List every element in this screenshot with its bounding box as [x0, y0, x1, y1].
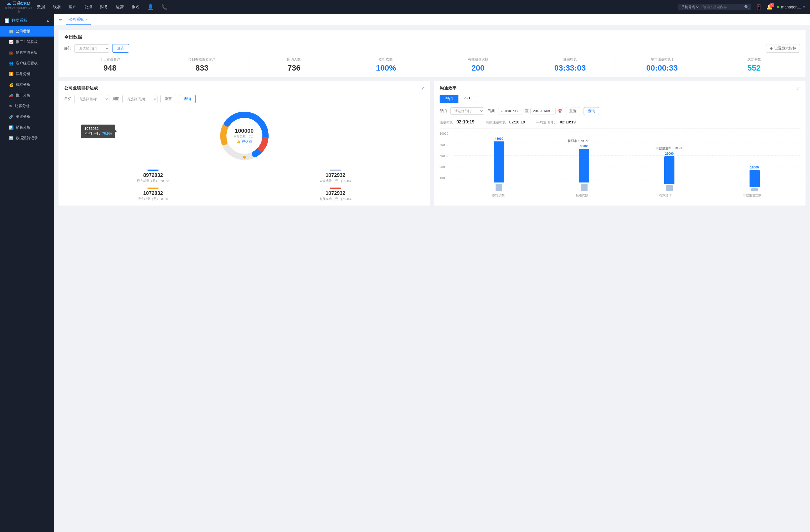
x-label-3: 有效接通次数	[743, 193, 761, 197]
donut-center: 100000 目标总量（元） 👍 已达成	[233, 128, 255, 144]
call-stat-value-1: 02:10:19	[509, 120, 525, 124]
section-title-today: 今日数据	[64, 34, 800, 40]
hamburger-icon[interactable]: ☰	[59, 17, 62, 22]
target-panel: 公司业绩目标达成 ⤢ 目标 请选择目标 周期 请选择周期 重置 查询	[59, 81, 430, 205]
donut-section: 1072932 所占比例： 70.9%	[64, 108, 424, 164]
donut-center-badge: 👍 已达成	[233, 139, 255, 144]
donut-container: 100000 目标总量（元） 👍 已达成	[216, 108, 273, 164]
sidebar-item-label-data-flow: 数据流转记录	[16, 135, 38, 140]
call-stat-label-0: 通话时长	[440, 120, 453, 124]
sidebar-item-sales-mgr[interactable]: 💼 销售主管看板	[0, 47, 54, 58]
sidebar-item-channel[interactable]: 🔗 渠道分析	[0, 111, 54, 122]
bar-2-main	[664, 156, 675, 184]
sidebar-item-customer-mgr[interactable]: 👥 客户经理看板	[0, 58, 54, 69]
period-label: 周期	[112, 97, 119, 101]
bars-container: 43000 接通率：70.9% 35000	[454, 132, 800, 191]
eff-query-button[interactable]: 查询	[584, 107, 599, 115]
sidebar-item-label-cost: 成本分析	[16, 82, 30, 87]
search-icon[interactable]: 🔍	[744, 5, 749, 9]
x-axis: 拨打次数 接通次数 有效通话 有效接通次数	[454, 191, 800, 199]
sidebar-item-visitor[interactable]: 👁 访客分析	[0, 101, 54, 111]
dashboard-icon: 📊	[4, 18, 9, 23]
today-filter-row: 部门 请选择部门 查询 ⚙ 设置显示指标	[64, 44, 800, 53]
metric-box-value-2: 1072932	[64, 190, 242, 196]
target-select[interactable]: 请选择目标	[74, 95, 109, 103]
nav-icon-person[interactable]: 👤	[147, 4, 153, 10]
nav-item-finance[interactable]: 财务	[100, 4, 108, 10]
efficiency-expand-icon[interactable]: ⤢	[796, 86, 800, 90]
sidebar-item-company[interactable]: 🏢 公司看板	[0, 26, 54, 36]
sidebar-section-header[interactable]: 📊 数据看板 ▲	[0, 14, 54, 26]
target-expand-icon[interactable]: ⤢	[421, 86, 424, 90]
y-label-50000: 50000	[440, 132, 454, 135]
y-label-30000: 30000	[440, 154, 454, 157]
efficiency-panel: 沟通效率 ⤢ 部门 个人 部门 请选择部门 日期	[434, 81, 806, 205]
promo-icon: 📣	[9, 93, 14, 98]
donut-tooltip: 1072932 所占比例： 70.9%	[81, 124, 115, 138]
eff-dept-select[interactable]: 请选择部门	[450, 107, 484, 115]
sidebar-item-data-flow[interactable]: 🔄 数据流转记录	[0, 133, 54, 144]
y-label-40000: 40000	[440, 143, 454, 147]
metrics-row: 今日首咨客户 948 今日有效首咨客户 833 回访人数 736	[64, 57, 800, 72]
target-query-button[interactable]: 查询	[179, 95, 196, 103]
user-info[interactable]: manager11 ▼	[777, 5, 806, 9]
sidebar-section-title: 数据看板	[12, 18, 27, 23]
tab-personal-button[interactable]: 个人	[458, 95, 477, 103]
donut-center-sub: 目标总量（元）	[233, 134, 255, 138]
search-input[interactable]	[703, 5, 743, 9]
eff-dept-label: 部门	[440, 109, 447, 114]
bar-0-secondary	[496, 184, 502, 191]
metric-value-0: 948	[64, 64, 156, 72]
notification-wrapper[interactable]: 🔔 5	[766, 4, 773, 10]
logo-top: ☁ 云朵CRM	[7, 1, 30, 6]
sidebar-item-promo-mgr[interactable]: 📈 推广主管看板	[0, 36, 54, 47]
calendar-icon[interactable]: 📅	[557, 109, 562, 113]
sidebar-item-label-company: 公司看板	[16, 29, 30, 34]
nav-item-ops[interactable]: 运营	[116, 4, 124, 10]
sidebar-item-cost[interactable]: 💰 成本分析	[0, 79, 54, 90]
donut-center-value: 100000	[233, 128, 255, 134]
metric-label-6: 平均通话时长 ℹ	[616, 57, 708, 62]
sidebar-item-sales[interactable]: 📊 销售分析	[0, 122, 54, 133]
settings-display-button[interactable]: ⚙ 设置显示指标	[766, 44, 800, 53]
tab-dept-button[interactable]: 部门	[440, 95, 458, 103]
today-query-button[interactable]: 查询	[112, 44, 129, 53]
nav-item-customers[interactable]: 客户	[69, 4, 77, 10]
eff-reset-button[interactable]: 重置	[566, 107, 580, 115]
efficiency-panel-header: 沟通效率 ⤢	[440, 85, 800, 91]
target-reset-button[interactable]: 重置	[160, 95, 176, 103]
nav-item-leads[interactable]: 线索	[53, 4, 61, 10]
filter-left: 部门 请选择部门 查询	[64, 44, 129, 53]
sidebar-item-funnel[interactable]: ⏬ 漏斗分析	[0, 69, 54, 79]
metric-label-7: 成交单数	[708, 57, 800, 62]
search-select[interactable]: 手机号码	[680, 5, 699, 9]
nav-icon-tablet[interactable]: 📱	[756, 4, 762, 10]
today-section: 今日数据 部门 请选择部门 查询 ⚙ 设置显示指标 今日首咨客户	[59, 30, 806, 77]
period-select[interactable]: 请选择周期	[122, 95, 158, 103]
nav-item-sea[interactable]: 公海	[84, 4, 92, 10]
metric-item-0: 今日首咨客户 948	[64, 57, 156, 72]
sidebar-item-promo[interactable]: 📣 推广分析	[0, 90, 54, 101]
date-start-input[interactable]	[498, 108, 523, 114]
metric-item-3: 拨打次数 100%	[340, 57, 432, 72]
tab-company[interactable]: 公司看板 ×	[66, 14, 91, 25]
metric-item-4: 有效通话次数 200	[432, 57, 524, 72]
y-label-0: 0	[440, 187, 454, 191]
metric-box-indicator-1	[330, 169, 341, 171]
metric-value-2: 736	[248, 64, 340, 72]
notification-badge: 5	[770, 3, 774, 7]
bar-0-main	[494, 142, 504, 182]
tab-close-icon[interactable]: ×	[85, 17, 87, 21]
metric-box-indicator-3	[330, 187, 341, 189]
dept-filter-select[interactable]: 请选择部门	[74, 45, 109, 53]
x-label-1: 接通次数	[576, 193, 588, 197]
bar-group-3: 18000	[749, 166, 760, 191]
nav-icon-phone[interactable]: 📞	[161, 4, 168, 10]
bottom-row: 公司业绩目标达成 ⤢ 目标 请选择目标 周期 请选择周期 重置 查询	[59, 81, 806, 205]
metric-value-6: 00:00:33	[616, 64, 708, 72]
metric-box-indicator-2	[147, 187, 159, 189]
nav-item-signup[interactable]: 报名	[132, 4, 140, 10]
metric-box-value-1: 1072932	[247, 172, 425, 178]
date-end-input[interactable]	[531, 108, 556, 114]
nav-item-data[interactable]: 数据	[37, 4, 45, 10]
